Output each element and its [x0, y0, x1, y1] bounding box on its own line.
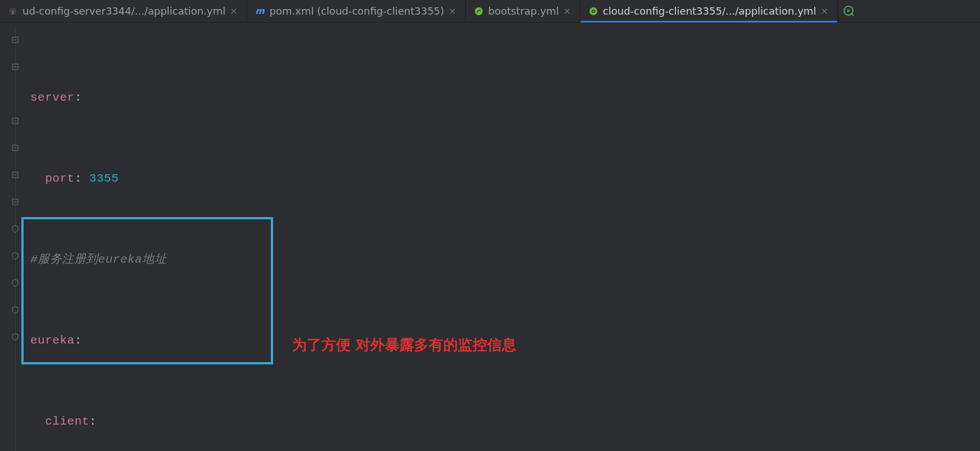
tab-application-yml-server[interactable]: y ud-config-server3344/.../application.y… [0, 0, 247, 22]
tab-label: pom.xml (cloud-config-client3355) [270, 5, 444, 17]
tab-label: ud-config-server3344/.../application.yml [22, 5, 225, 17]
fold-icon[interactable] [11, 198, 19, 206]
gutter [0, 22, 30, 451]
spring-icon [588, 6, 598, 16]
fold-icon[interactable] [11, 117, 19, 125]
yaml-key: server [30, 84, 75, 111]
fold-icon[interactable] [11, 63, 19, 71]
shield-icon [11, 333, 19, 341]
close-icon[interactable]: × [820, 6, 828, 16]
tab-pom-xml[interactable]: m pom.xml (cloud-config-client3355) × [247, 0, 466, 22]
spring-icon [474, 6, 484, 16]
fold-icon[interactable] [11, 171, 19, 179]
maven-icon: m [255, 6, 265, 16]
close-icon[interactable]: × [230, 6, 237, 16]
fold-icon[interactable] [11, 36, 19, 44]
tab-bootstrap-yml[interactable]: bootstrap.yml × [466, 0, 580, 22]
shield-icon [11, 225, 19, 233]
close-icon[interactable]: × [563, 6, 570, 16]
close-icon[interactable]: × [448, 6, 456, 16]
tab-label: bootstrap.yml [488, 5, 559, 17]
tab-application-yml-client[interactable]: cloud-config-client3355/.../application.… [580, 0, 838, 22]
svg-text:y: y [12, 10, 15, 15]
code-editor[interactable]: server: port: 3355 #服务注册到eureka地址 eureka… [0, 22, 980, 451]
shield-icon [11, 252, 19, 260]
file-icon: y [8, 6, 18, 16]
fold-icon[interactable] [11, 144, 19, 152]
yaml-comment: #服务注册到eureka地址 [30, 246, 166, 273]
shield-icon [11, 306, 19, 314]
yaml-key: eureka [30, 327, 75, 354]
run-configuration-icon[interactable] [838, 0, 860, 22]
annotation-text: 为了方便 对外暴露多有的监控信息 [292, 335, 516, 355]
code-content[interactable]: server: port: 3355 #服务注册到eureka地址 eureka… [30, 22, 590, 451]
yaml-key: port [45, 165, 74, 192]
shield-icon [11, 279, 19, 287]
svg-point-3 [475, 7, 483, 15]
yaml-value: 3355 [89, 165, 119, 192]
yaml-key: client [45, 408, 89, 435]
svg-text:m: m [255, 6, 265, 16]
tab-label: cloud-config-client3355/.../application.… [603, 5, 816, 17]
svg-point-6 [592, 10, 594, 12]
editor-tabs: y ud-config-server3344/.../application.y… [0, 0, 980, 22]
